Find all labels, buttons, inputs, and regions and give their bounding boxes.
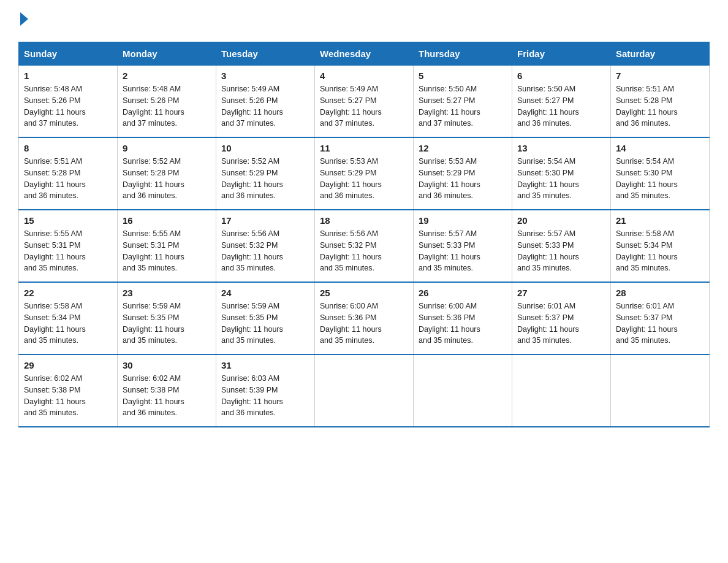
calendar-cell (611, 354, 710, 427)
calendar-cell: 16 Sunrise: 5:55 AMSunset: 5:31 PMDaylig… (118, 210, 216, 282)
day-number: 1 (24, 71, 112, 81)
day-info: Sunrise: 5:52 AMSunset: 5:29 PMDaylight:… (221, 157, 283, 200)
calendar-header-thursday: Thursday (414, 42, 512, 66)
calendar-cell: 27 Sunrise: 6:01 AMSunset: 5:37 PMDaylig… (512, 282, 611, 354)
day-number: 5 (419, 71, 507, 81)
calendar-cell: 4 Sunrise: 5:49 AMSunset: 5:27 PMDayligh… (315, 66, 414, 138)
calendar-cell: 21 Sunrise: 5:58 AMSunset: 5:34 PMDaylig… (611, 210, 710, 282)
calendar-header-tuesday: Tuesday (216, 42, 315, 66)
day-info: Sunrise: 6:00 AMSunset: 5:36 PMDaylight:… (320, 302, 382, 345)
header (18, 12, 710, 36)
day-number: 29 (24, 360, 112, 370)
day-info: Sunrise: 5:49 AMSunset: 5:27 PMDaylight:… (320, 85, 382, 128)
day-info: Sunrise: 6:01 AMSunset: 5:37 PMDaylight:… (616, 302, 678, 345)
calendar-cell: 10 Sunrise: 5:52 AMSunset: 5:29 PMDaylig… (216, 137, 315, 210)
calendar-cell: 23 Sunrise: 5:59 AMSunset: 5:35 PMDaylig… (118, 282, 216, 354)
calendar-cell: 19 Sunrise: 5:57 AMSunset: 5:33 PMDaylig… (414, 210, 512, 282)
calendar-cell: 17 Sunrise: 5:56 AMSunset: 5:32 PMDaylig… (216, 210, 315, 282)
day-number: 16 (123, 215, 211, 226)
day-number: 14 (616, 143, 704, 153)
day-info: Sunrise: 5:50 AMSunset: 5:27 PMDaylight:… (419, 85, 480, 128)
day-number: 30 (123, 360, 211, 370)
day-number: 12 (419, 143, 507, 153)
day-info: Sunrise: 5:57 AMSunset: 5:33 PMDaylight:… (419, 229, 480, 272)
day-number: 11 (320, 143, 408, 153)
calendar-cell (315, 354, 414, 427)
calendar-cell: 8 Sunrise: 5:51 AMSunset: 5:28 PMDayligh… (19, 137, 118, 210)
day-info: Sunrise: 5:56 AMSunset: 5:32 PMDaylight:… (320, 229, 382, 272)
day-number: 8 (24, 143, 112, 153)
day-info: Sunrise: 5:48 AMSunset: 5:26 PMDaylight:… (24, 85, 86, 128)
day-info: Sunrise: 5:59 AMSunset: 5:35 PMDaylight:… (123, 302, 184, 345)
calendar-cell: 12 Sunrise: 5:53 AMSunset: 5:29 PMDaylig… (414, 137, 512, 210)
day-info: Sunrise: 5:51 AMSunset: 5:28 PMDaylight:… (616, 85, 678, 128)
day-number: 13 (517, 143, 605, 153)
day-number: 20 (517, 215, 605, 226)
day-number: 31 (221, 360, 309, 370)
day-info: Sunrise: 5:52 AMSunset: 5:28 PMDaylight:… (123, 157, 184, 200)
day-number: 21 (616, 215, 704, 226)
day-number: 6 (517, 71, 605, 81)
day-number: 18 (320, 215, 408, 226)
day-info: Sunrise: 5:51 AMSunset: 5:28 PMDaylight:… (24, 157, 86, 200)
calendar-cell: 14 Sunrise: 5:54 AMSunset: 5:30 PMDaylig… (611, 137, 710, 210)
day-info: Sunrise: 6:02 AMSunset: 5:38 PMDaylight:… (24, 374, 86, 417)
calendar-cell: 3 Sunrise: 5:49 AMSunset: 5:26 PMDayligh… (216, 66, 315, 138)
calendar-cell: 11 Sunrise: 5:53 AMSunset: 5:29 PMDaylig… (315, 137, 414, 210)
calendar-cell: 1 Sunrise: 5:48 AMSunset: 5:26 PMDayligh… (19, 66, 118, 138)
calendar-table: SundayMondayTuesdayWednesdayThursdayFrid… (18, 42, 710, 427)
calendar-header-sunday: Sunday (19, 42, 118, 66)
day-info: Sunrise: 5:54 AMSunset: 5:30 PMDaylight:… (517, 157, 579, 200)
day-number: 7 (616, 71, 704, 81)
day-number: 2 (123, 71, 211, 81)
calendar-cell: 18 Sunrise: 5:56 AMSunset: 5:32 PMDaylig… (315, 210, 414, 282)
calendar-cell: 15 Sunrise: 5:55 AMSunset: 5:31 PMDaylig… (19, 210, 118, 282)
day-number: 23 (123, 288, 211, 298)
calendar-cell: 7 Sunrise: 5:51 AMSunset: 5:28 PMDayligh… (611, 66, 710, 138)
calendar-cell: 2 Sunrise: 5:48 AMSunset: 5:26 PMDayligh… (118, 66, 216, 138)
day-info: Sunrise: 5:48 AMSunset: 5:26 PMDaylight:… (123, 85, 184, 128)
day-info: Sunrise: 6:00 AMSunset: 5:36 PMDaylight:… (419, 302, 480, 345)
day-number: 9 (123, 143, 211, 153)
calendar-cell: 6 Sunrise: 5:50 AMSunset: 5:27 PMDayligh… (512, 66, 611, 138)
calendar-header-wednesday: Wednesday (315, 42, 414, 66)
calendar-cell (414, 354, 512, 427)
calendar-header-monday: Monday (118, 42, 216, 66)
day-info: Sunrise: 5:56 AMSunset: 5:32 PMDaylight:… (221, 229, 283, 272)
day-number: 24 (221, 288, 309, 298)
calendar-cell: 24 Sunrise: 5:59 AMSunset: 5:35 PMDaylig… (216, 282, 315, 354)
day-number: 10 (221, 143, 309, 153)
day-number: 3 (221, 71, 309, 81)
calendar-cell: 26 Sunrise: 6:00 AMSunset: 5:36 PMDaylig… (414, 282, 512, 354)
calendar-cell: 25 Sunrise: 6:00 AMSunset: 5:36 PMDaylig… (315, 282, 414, 354)
day-info: Sunrise: 6:02 AMSunset: 5:38 PMDaylight:… (123, 374, 184, 417)
day-number: 22 (24, 288, 112, 298)
day-number: 25 (320, 288, 408, 298)
day-number: 19 (419, 215, 507, 226)
day-info: Sunrise: 5:49 AMSunset: 5:26 PMDaylight:… (221, 85, 283, 128)
calendar-cell: 31 Sunrise: 6:03 AMSunset: 5:39 PMDaylig… (216, 354, 315, 427)
day-number: 17 (221, 215, 309, 226)
day-info: Sunrise: 5:55 AMSunset: 5:31 PMDaylight:… (24, 229, 86, 272)
day-number: 4 (320, 71, 408, 81)
calendar-cell: 9 Sunrise: 5:52 AMSunset: 5:28 PMDayligh… (118, 137, 216, 210)
logo-text (18, 12, 28, 26)
day-info: Sunrise: 5:58 AMSunset: 5:34 PMDaylight:… (616, 229, 678, 272)
calendar-cell: 5 Sunrise: 5:50 AMSunset: 5:27 PMDayligh… (414, 66, 512, 138)
calendar-cell: 30 Sunrise: 6:02 AMSunset: 5:38 PMDaylig… (118, 354, 216, 427)
day-info: Sunrise: 6:01 AMSunset: 5:37 PMDaylight:… (517, 302, 579, 345)
calendar-cell: 20 Sunrise: 5:57 AMSunset: 5:33 PMDaylig… (512, 210, 611, 282)
calendar-header-friday: Friday (512, 42, 611, 66)
logo (18, 12, 28, 36)
day-number: 26 (419, 288, 507, 298)
day-info: Sunrise: 6:03 AMSunset: 5:39 PMDaylight:… (221, 374, 283, 417)
day-number: 28 (616, 288, 704, 298)
calendar-cell (512, 354, 611, 427)
day-info: Sunrise: 5:58 AMSunset: 5:34 PMDaylight:… (24, 302, 86, 345)
calendar-header-saturday: Saturday (611, 42, 710, 66)
calendar-cell: 29 Sunrise: 6:02 AMSunset: 5:38 PMDaylig… (19, 354, 118, 427)
day-info: Sunrise: 5:59 AMSunset: 5:35 PMDaylight:… (221, 302, 283, 345)
day-info: Sunrise: 5:54 AMSunset: 5:30 PMDaylight:… (616, 157, 678, 200)
day-info: Sunrise: 5:53 AMSunset: 5:29 PMDaylight:… (320, 157, 382, 200)
logo-arrow-icon (20, 12, 28, 26)
